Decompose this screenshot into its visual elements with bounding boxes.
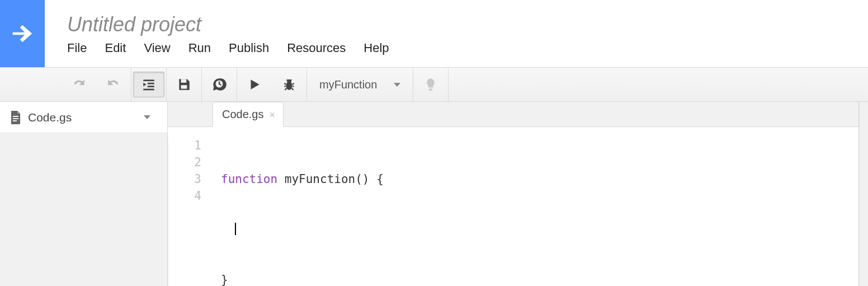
function-selector-label: myFunction — [319, 78, 377, 91]
indent-button[interactable] — [133, 72, 164, 97]
undo-icon — [72, 77, 86, 92]
chevron-down-icon[interactable] — [144, 115, 150, 119]
text-cursor — [235, 223, 236, 235]
code-area[interactable]: 1 2 3 4 function myFunction() { } — [168, 127, 858, 286]
play-icon — [247, 77, 262, 92]
function-selector[interactable]: myFunction — [307, 68, 413, 101]
svg-rect-11 — [13, 118, 18, 119]
line-number: 4 — [168, 187, 201, 204]
editor-tab[interactable]: Code.gs × — [213, 102, 284, 127]
menu-resources[interactable]: Resources — [287, 41, 346, 55]
toolbar: myFunction — [0, 67, 868, 102]
header-content: Untitled project File Edit View Run Publ… — [45, 0, 868, 67]
svg-rect-4 — [181, 79, 187, 83]
menu-bar: File Edit View Run Publish Resources Hel… — [67, 41, 868, 61]
bug-icon — [282, 77, 296, 92]
code-line — [221, 221, 384, 238]
svg-rect-5 — [181, 85, 187, 89]
redo-button[interactable] — [98, 72, 129, 97]
sidebar-file-item[interactable]: Code.gs — [0, 102, 167, 133]
file-sidebar: Code.gs — [0, 102, 168, 286]
close-icon[interactable]: × — [270, 110, 276, 120]
main: Code.gs Code.gs × 1 2 3 4 function myFun… — [0, 102, 868, 286]
menu-view[interactable]: View — [144, 41, 170, 55]
undo-button[interactable] — [63, 72, 95, 97]
lightbulb-icon — [423, 77, 438, 92]
svg-rect-9 — [429, 89, 433, 91]
svg-rect-1 — [148, 83, 154, 85]
code-content[interactable]: function myFunction() { } — [213, 137, 384, 286]
redo-icon — [106, 77, 121, 92]
code-line: } — [221, 271, 384, 286]
svg-rect-12 — [13, 120, 17, 121]
svg-rect-10 — [13, 116, 18, 117]
menu-edit[interactable]: Edit — [105, 41, 126, 55]
arrow-right-icon — [8, 19, 37, 48]
svg-rect-3 — [143, 89, 154, 91]
sidebar-file-label: Code.gs — [28, 111, 72, 124]
chevron-down-icon — [394, 83, 400, 87]
code-line: function myFunction() { — [221, 171, 384, 187]
lightbulb-button[interactable] — [415, 72, 446, 97]
menu-run[interactable]: Run — [188, 41, 211, 55]
triggers-button[interactable] — [204, 72, 235, 97]
indent-icon — [141, 77, 156, 92]
save-icon — [177, 77, 191, 92]
menu-file[interactable]: File — [67, 41, 87, 55]
app-logo[interactable] — [0, 0, 45, 67]
header: Untitled project File Edit View Run Publ… — [0, 0, 868, 67]
tab-bar: Code.gs × — [168, 102, 858, 127]
menu-help[interactable]: Help — [364, 41, 389, 55]
line-number: 3 — [168, 171, 201, 187]
gutter: 1 2 3 4 — [168, 137, 213, 286]
editor-tab-label: Code.gs — [222, 108, 264, 121]
svg-rect-0 — [143, 79, 154, 81]
debug-button[interactable] — [273, 72, 305, 97]
editor: Code.gs × 1 2 3 4 function myFunction() … — [168, 102, 859, 286]
save-button[interactable] — [168, 72, 200, 97]
run-button[interactable] — [239, 72, 270, 97]
line-number: 2 — [168, 154, 201, 171]
clock-bubble-icon — [212, 77, 227, 92]
project-title[interactable]: Untitled project — [67, 13, 868, 36]
line-number: 1 — [168, 137, 201, 154]
vertical-scrollbar[interactable] — [859, 102, 868, 286]
file-icon — [10, 111, 21, 124]
svg-rect-2 — [148, 86, 154, 87]
menu-publish[interactable]: Publish — [229, 41, 269, 55]
